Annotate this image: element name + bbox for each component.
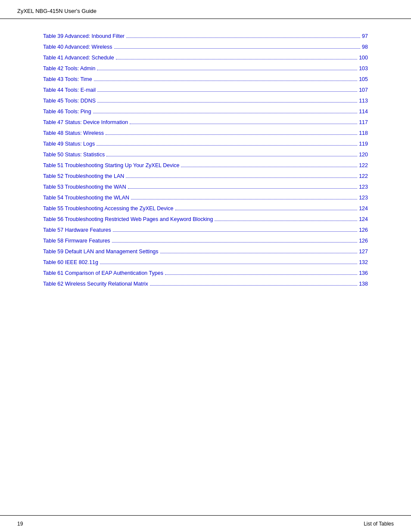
footer-section-label: List of Tables: [364, 521, 394, 527]
toc-entry: Table 51 Troubleshooting Starting Up You…: [43, 161, 368, 170]
toc-link[interactable]: Table 49 Status: Logs: [43, 140, 95, 148]
toc-page-number: 122: [359, 161, 368, 170]
toc-page-number: 123: [359, 193, 368, 202]
toc-link[interactable]: Table 44 Tools: E-mail: [43, 86, 96, 94]
toc-entry: Table 46 Tools: Ping114: [43, 107, 368, 116]
toc-entry: Table 43 Tools: Time105: [43, 75, 368, 84]
toc-link[interactable]: Table 58 Firmware Features: [43, 236, 110, 245]
toc-entry: Table 41 Advanced: Schedule100: [43, 53, 368, 62]
toc-dots: [116, 59, 357, 59]
header-title: ZyXEL NBG-415N User's Guide: [17, 8, 97, 14]
toc-page-number: 126: [359, 236, 368, 245]
toc-link[interactable]: Table 56 Troubleshooting Restricted Web …: [43, 215, 213, 224]
toc-page-number: 122: [359, 172, 368, 180]
toc-dots: [126, 177, 357, 178]
toc-entry: Table 59 Default LAN and Management Sett…: [43, 247, 368, 256]
toc-page-number: 126: [359, 226, 368, 234]
toc-entry: Table 53 Troubleshooting the WAN123: [43, 183, 368, 191]
toc-link[interactable]: Table 59 Default LAN and Management Sett…: [43, 247, 159, 256]
toc-dots: [97, 70, 357, 70]
toc-entry: Table 48 Status: Wireless118: [43, 129, 368, 137]
page-footer: 19 List of Tables: [0, 515, 411, 532]
toc-page-number: 98: [362, 43, 368, 51]
toc-page-number: 113: [359, 96, 368, 105]
toc-dots: [131, 199, 357, 199]
toc-link[interactable]: Table 45 Tools: DDNS: [43, 96, 96, 105]
toc-link[interactable]: Table 43 Tools: Time: [43, 75, 92, 84]
toc-page-number: 132: [359, 258, 368, 267]
toc-page-number: 119: [359, 140, 368, 148]
toc-dots: [113, 231, 357, 232]
toc-entry: Table 62 Wireless Security Relational Ma…: [43, 280, 368, 288]
toc-dots: [215, 221, 357, 221]
toc-page-number: 105: [359, 75, 368, 84]
toc-dots: [181, 167, 357, 167]
toc-dots: [175, 210, 358, 210]
page-container: ZyXEL NBG-415N User's Guide Table 39 Adv…: [0, 0, 411, 532]
toc-dots: [114, 48, 361, 49]
toc-entry: Table 56 Troubleshooting Restricted Web …: [43, 215, 368, 224]
toc-dots: [97, 102, 357, 103]
toc-dots: [97, 91, 357, 92]
toc-dots: [165, 274, 357, 275]
toc-link[interactable]: Table 42 Tools: Admin: [43, 64, 95, 73]
toc-entry: Table 50 Status: Statistics120: [43, 150, 368, 159]
page-header: ZyXEL NBG-415N User's Guide: [0, 0, 411, 19]
toc-link[interactable]: Table 50 Status: Statistics: [43, 150, 105, 159]
toc-dots: [128, 188, 357, 189]
toc-link[interactable]: Table 48 Status: Wireless: [43, 129, 104, 137]
toc-entry: Table 54 Troubleshooting the WLAN123: [43, 193, 368, 202]
toc-page-number: 100: [359, 53, 368, 62]
toc-page-number: 127: [359, 247, 368, 256]
toc-link[interactable]: Table 47 Status: Device Information: [43, 118, 128, 127]
toc-dots: [112, 242, 358, 243]
toc-link[interactable]: Table 54 Troubleshooting the WLAN: [43, 193, 129, 202]
toc-entry: Table 39 Advanced: Inbound Filter97: [43, 32, 368, 40]
toc-entry: Table 60 IEEE 802.11g132: [43, 258, 368, 267]
toc-content: Table 39 Advanced: Inbound Filter97Table…: [0, 19, 411, 316]
toc-entry: Table 44 Tools: E-mail107: [43, 86, 368, 94]
toc-link[interactable]: Table 51 Troubleshooting Starting Up You…: [43, 161, 179, 170]
toc-link[interactable]: Table 46 Tools: Ping: [43, 107, 91, 116]
toc-link[interactable]: Table 41 Advanced: Schedule: [43, 53, 114, 62]
toc-link[interactable]: Table 57 Hardware Features: [43, 226, 111, 234]
toc-page-number: 124: [359, 204, 368, 213]
toc-link[interactable]: Table 40 Advanced: Wireless: [43, 43, 112, 51]
toc-dots: [93, 113, 357, 113]
toc-link[interactable]: Table 53 Troubleshooting the WAN: [43, 183, 126, 191]
toc-link[interactable]: Table 52 Troubleshooting the LAN: [43, 172, 124, 180]
toc-page-number: 114: [359, 107, 368, 116]
toc-page-number: 138: [359, 280, 368, 288]
toc-entry: Table 42 Tools: Admin103: [43, 64, 368, 73]
toc-entry: Table 61 Comparison of EAP Authenticatio…: [43, 269, 368, 277]
toc-page-number: 123: [359, 183, 368, 191]
toc-dots: [130, 124, 357, 124]
toc-dots: [97, 145, 357, 146]
toc-dots: [160, 253, 358, 253]
toc-dots: [100, 264, 357, 264]
toc-entry: Table 40 Advanced: Wireless98: [43, 43, 368, 51]
toc-entry: Table 45 Tools: DDNS113: [43, 96, 368, 105]
toc-page-number: 117: [359, 118, 368, 127]
toc-entry: Table 57 Hardware Features126: [43, 226, 368, 234]
toc-link[interactable]: Table 39 Advanced: Inbound Filter: [43, 32, 125, 40]
toc-page-number: 103: [359, 64, 368, 73]
toc-link[interactable]: Table 60 IEEE 802.11g: [43, 258, 98, 267]
toc-page-number: 118: [359, 129, 368, 137]
toc-dots: [106, 156, 357, 156]
toc-dots: [94, 81, 357, 81]
toc-entry: Table 52 Troubleshooting the LAN122: [43, 172, 368, 180]
toc-page-number: 136: [359, 269, 368, 277]
toc-dots: [150, 285, 357, 286]
toc-link[interactable]: Table 61 Comparison of EAP Authenticatio…: [43, 269, 163, 277]
toc-entry: Table 47 Status: Device Information117: [43, 118, 368, 127]
toc-link[interactable]: Table 62 Wireless Security Relational Ma…: [43, 280, 148, 288]
toc-page-number: 107: [359, 86, 368, 94]
toc-dots: [106, 134, 357, 135]
toc-page-number: 120: [359, 150, 368, 159]
toc-link[interactable]: Table 55 Troubleshooting Accessing the Z…: [43, 204, 174, 213]
toc-entry: Table 49 Status: Logs119: [43, 140, 368, 148]
toc-page-number: 97: [362, 32, 368, 40]
toc-entry: Table 58 Firmware Features126: [43, 236, 368, 245]
footer-page-number: 19: [17, 521, 23, 527]
